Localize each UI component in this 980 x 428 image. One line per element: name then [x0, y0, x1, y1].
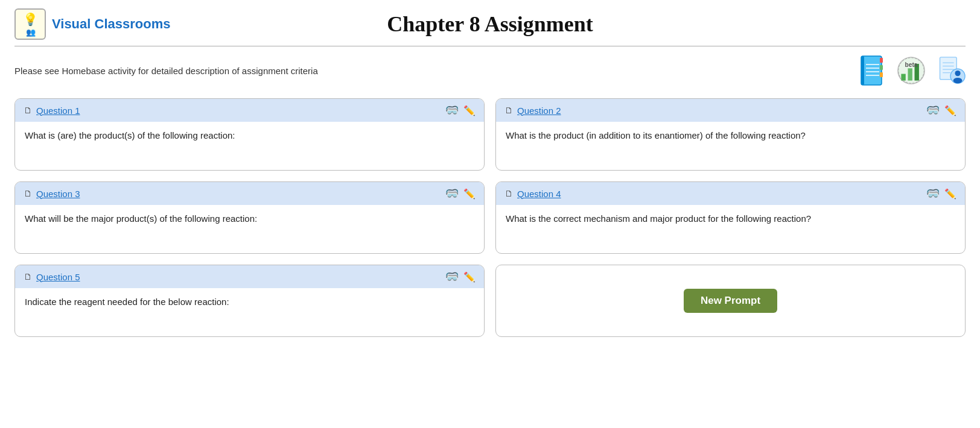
card-header-left-1: 🗋 Question 1	[24, 105, 80, 116]
glasses-icon-4: 🥽	[926, 187, 940, 200]
glasses-icon-3: 🥽	[445, 187, 459, 200]
logo-area: 💡 👥 Visual Classrooms	[14, 8, 171, 40]
svg-point-22	[953, 78, 962, 83]
question-4-link[interactable]: Question 4	[517, 189, 561, 199]
card-header-right-1: 🥽 ✏️	[445, 104, 476, 117]
question-card-4: 🗋 Question 4 🥽 ✏️ What is the correct me…	[495, 181, 966, 254]
card-body-2: What is the product (in addition to its …	[496, 122, 965, 164]
logo-icon: 💡 👥	[14, 8, 46, 40]
page-copy-icon-2: 🗋	[504, 105, 513, 115]
question-5-link[interactable]: Question 5	[36, 272, 80, 282]
svg-rect-0	[861, 56, 882, 85]
card-header-right-5: 🥽 ✏️	[445, 270, 476, 283]
edit-icon-5[interactable]: ✏️	[463, 271, 476, 283]
page-copy-icon-4: 🗋	[504, 189, 513, 198]
edit-icon-1[interactable]: ✏️	[463, 105, 476, 116]
card-body-3: What will be the major product(s) of the…	[15, 205, 484, 247]
card-header-5: 🗋 Question 5 🥽 ✏️	[15, 265, 484, 288]
svg-rect-3	[880, 72, 883, 77]
card-header-4: 🗋 Question 4 🥽 ✏️	[496, 182, 965, 205]
svg-rect-1	[880, 58, 883, 63]
subtitle-bar: Please see Homebase activity for detaile…	[0, 46, 980, 92]
question-card-3: 🗋 Question 3 🥽 ✏️ What will be the major…	[14, 181, 485, 254]
question-3-link[interactable]: Question 3	[36, 189, 80, 199]
question-card-1: 🗋 Question 1 🥽 ✏️ What is (are) the prod…	[14, 98, 485, 171]
page-copy-icon-5: 🗋	[24, 272, 32, 282]
glasses-icon-5: 🥽	[445, 270, 459, 283]
card-header-left-4: 🗋 Question 4	[504, 189, 561, 199]
card-header-right-2: 🥽 ✏️	[926, 104, 956, 117]
card-header-1: 🗋 Question 1 🥽 ✏️	[15, 99, 484, 122]
card-header-right-4: 🥽 ✏️	[926, 187, 956, 200]
card-header-3: 🗋 Question 3 🥽 ✏️	[15, 182, 484, 205]
notebook-icon[interactable]	[857, 55, 886, 86]
edit-icon-2[interactable]: ✏️	[944, 105, 956, 116]
subtitle-text: Please see Homebase activity for detaile…	[14, 66, 318, 76]
svg-rect-11	[908, 68, 912, 80]
card-header-left-3: 🗋 Question 3	[24, 189, 80, 199]
card-body-5: Indicate the reagent needed for the belo…	[15, 288, 484, 330]
new-prompt-button[interactable]: New Prompt	[684, 289, 777, 313]
svg-text:beta: beta	[905, 61, 918, 68]
roster-icon[interactable]	[937, 55, 966, 86]
glasses-icon-1: 🥽	[445, 104, 459, 117]
card-body-4: What is the correct mechanism and major …	[496, 205, 965, 247]
main-grid: 🗋 Question 1 🥽 ✏️ What is (are) the prod…	[0, 92, 980, 351]
question-card-5: 🗋 Question 5 🥽 ✏️ Indicate the reagent n…	[14, 265, 485, 337]
app-name: Visual Classrooms	[52, 16, 170, 32]
toolbar-icons: beta	[857, 55, 966, 86]
svg-point-21	[955, 71, 960, 76]
svg-rect-4	[861, 56, 864, 85]
svg-rect-2	[880, 65, 883, 70]
question-2-link[interactable]: Question 2	[517, 105, 561, 116]
header: 💡 👥 Visual Classrooms Chapter 8 Assignme…	[0, 0, 980, 46]
edit-icon-4[interactable]: ✏️	[944, 188, 956, 200]
new-prompt-card: New Prompt	[495, 265, 966, 337]
glasses-icon-2: 🥽	[926, 104, 940, 117]
page-copy-icon-3: 🗋	[24, 189, 32, 198]
beta-icon[interactable]: beta	[897, 55, 926, 86]
question-card-2: 🗋 Question 2 🥽 ✏️ What is the product (i…	[495, 98, 966, 171]
card-body-1: What is (are) the product(s) of the foll…	[15, 122, 484, 164]
card-header-2: 🗋 Question 2 🥽 ✏️	[496, 99, 965, 122]
question-1-link[interactable]: Question 1	[36, 105, 80, 116]
card-header-left-2: 🗋 Question 2	[504, 105, 561, 116]
card-header-right-3: 🥽 ✏️	[445, 187, 476, 200]
edit-icon-3[interactable]: ✏️	[463, 188, 476, 200]
people-icon: 👥	[26, 28, 35, 37]
bulb-icon: 💡	[23, 12, 38, 27]
page-copy-icon-1: 🗋	[24, 105, 32, 115]
card-header-left-5: 🗋 Question 5	[24, 272, 80, 282]
